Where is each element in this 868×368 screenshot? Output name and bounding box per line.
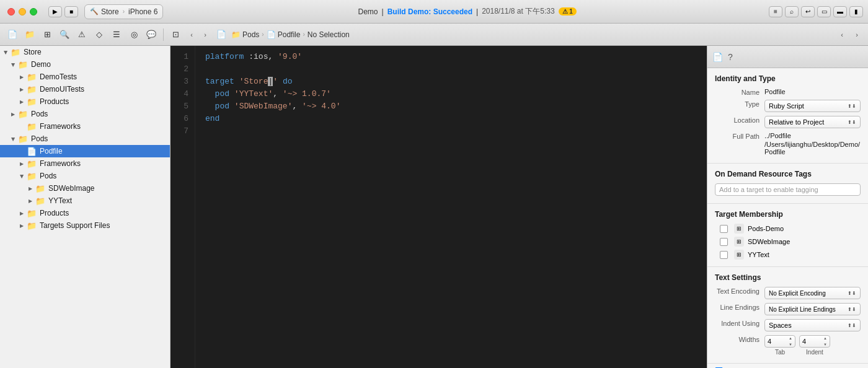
sidebar-item-targets[interactable]: ▶ 📁 Targets Support Files — [0, 219, 170, 232]
member-pods-demo[interactable]: ⊞ Pods-Demo — [715, 224, 861, 234]
grid-btn[interactable]: ⊡ — [168, 27, 183, 42]
indent-stepper[interactable]: ▲ ▼ — [823, 335, 827, 348]
folder-icon-pods2: 📁 — [18, 134, 28, 144]
checkbox-yytext[interactable] — [720, 251, 728, 259]
sidebar-item-frameworks2[interactable]: ▶ 📁 Frameworks — [0, 157, 170, 170]
indent-up[interactable]: ▲ — [823, 335, 827, 341]
type-row: Type Ruby Script ⬆⬇ — [715, 100, 861, 112]
code-area[interactable]: platform :ios, '9.0' target 'Store|' do … — [195, 46, 707, 368]
comment-btn[interactable]: 💬 — [144, 27, 159, 42]
layout-btn1[interactable]: ▭ — [817, 6, 831, 17]
triangle-pods1: ▶ — [11, 112, 15, 117]
warning-badge: ⚠ 1 — [559, 7, 577, 15]
back-btn[interactable]: ↩ — [801, 6, 815, 17]
search-btn[interactable]: ⌕ — [785, 6, 799, 17]
tab-up[interactable]: ▲ — [789, 335, 792, 341]
sidebar-item-products2[interactable]: ▶ 📁 Products — [0, 207, 170, 219]
checkbox-pods-demo[interactable] — [720, 225, 728, 233]
member-sdwebimage[interactable]: ⊞ SDWebImage — [715, 237, 861, 247]
tab-width-input[interactable]: 4 ▲ ▼ — [764, 335, 795, 348]
breadcrumb-selection: No Selection — [308, 30, 350, 39]
panel-btn-help[interactable]: ? — [728, 52, 733, 62]
sidebar-item-yytext[interactable]: ▶ 📁 YYText — [0, 195, 170, 207]
on-demand-title: On Demand Resource Tags — [715, 170, 861, 178]
checkbox-sdwebimage[interactable] — [720, 238, 728, 246]
toolbar-nav-right[interactable]: › — [851, 28, 863, 41]
member-yytext[interactable]: ⊞ YYText — [715, 250, 861, 260]
new-file-btn[interactable]: 📄 — [5, 27, 20, 42]
title-controls: ▶ ■ — [45, 6, 82, 17]
indent-using-value: Spaces — [769, 322, 792, 329]
location-dropdown[interactable]: Relative to Project ⬆⬇ — [764, 116, 861, 128]
breadcrumb-podfile[interactable]: 📄 Podfile — [267, 30, 301, 39]
label-pods3: Pods — [40, 172, 56, 180]
find-btn[interactable]: ☰ — [109, 27, 124, 42]
scheme-selector[interactable]: 🔨 Store › iPhone 6 — [84, 4, 163, 19]
sidebar-item-demo[interactable]: ▶ 📁 Demo — [0, 58, 170, 71]
indent-using-dropdown[interactable]: Spaces ⬆⬇ — [764, 319, 861, 331]
text-encoding-dropdown[interactable]: No Explicit Encoding ⬆⬇ — [764, 287, 861, 299]
sidebar-item-pods1[interactable]: ▶ 📁 Pods — [0, 108, 170, 120]
close-button[interactable]: ✕ — [7, 8, 15, 15]
sidebar-item-demouitests[interactable]: ▶ 📁 DemoUITests — [0, 83, 170, 95]
sidebar-item-frameworks1[interactable]: ▶ 📁 Frameworks — [0, 120, 170, 133]
label-targets: Targets Support Files — [40, 221, 110, 230]
line-num-6: 6 — [170, 113, 188, 125]
folder-btn[interactable]: 📁 — [22, 27, 37, 42]
widths-row: Widths 4 ▲ ▼ Tab — [715, 335, 861, 356]
nav-back-btn[interactable]: ‹ — [185, 28, 198, 41]
indent-width-input[interactable]: 4 ▲ ▼ — [799, 335, 830, 348]
type-dropdown[interactable]: Ruby Script ⬆⬇ — [764, 100, 861, 112]
nav-forward-btn[interactable]: › — [199, 28, 211, 41]
main-area: ▶ 📁 Store ▶ 📁 Demo ▶ 📁 DemoTests ▶ 📁 Dem… — [0, 46, 868, 368]
breadcrumb-chevron1: › — [262, 31, 264, 38]
sidebar-item-products1[interactable]: ▶ 📁 Products — [0, 95, 170, 108]
pods-icon: 📁 — [231, 30, 241, 39]
minimize-button[interactable]: − — [19, 8, 26, 15]
search-toolbar-btn[interactable]: 🔍 — [57, 27, 72, 42]
indent-down[interactable]: ▼ — [823, 341, 827, 348]
stop-button[interactable]: ■ — [64, 6, 78, 17]
folder-icon-pods1: 📁 — [18, 110, 28, 119]
member-label-yytext: YYText — [748, 251, 769, 258]
label-pods1: Pods — [31, 110, 48, 118]
tab-width-value: 4 — [768, 338, 771, 345]
sidebar-item-demotests[interactable]: ▶ 📁 DemoTests — [0, 71, 170, 83]
folder-icon-store: 📁 — [11, 48, 20, 57]
diff-btn[interactable]: ⊞ — [40, 27, 55, 42]
bookmark-btn[interactable]: ◇ — [92, 27, 107, 42]
git-btn[interactable]: ◎ — [126, 27, 141, 42]
tab-stepper[interactable]: ▲ ▼ — [789, 335, 792, 348]
layout-btn2[interactable]: ▬ — [833, 6, 847, 17]
toolbar-separator — [163, 28, 164, 41]
tagging-field[interactable]: Add to a target to enable tagging — [715, 183, 861, 196]
panel-btn-file[interactable]: 📄 — [712, 52, 723, 62]
maximize-button[interactable]: + — [30, 8, 37, 15]
layout-btn3[interactable]: ▮ — [849, 6, 863, 17]
separator: | — [382, 7, 384, 16]
name-label: Name — [715, 88, 764, 96]
list-view-btn[interactable]: ≡ — [769, 6, 782, 17]
sidebar-item-podfile[interactable]: ▶ 📄 Podfile — [0, 145, 170, 157]
toolbar-nav-left[interactable]: ‹ — [836, 28, 848, 41]
sidebar-item-pods2[interactable]: ▶ 📁 Pods — [0, 133, 170, 145]
editor-area[interactable]: 1 2 3 4 5 6 7 platform :ios, '9.0' targe… — [170, 46, 707, 368]
breadcrumb-pods[interactable]: 📁 Pods — [231, 30, 259, 39]
folder-icon-products2: 📁 — [27, 209, 37, 218]
folder-icon-pods3: 📁 — [27, 172, 37, 181]
line-endings-dropdown[interactable]: No Explicit Line Endings ⬆⬇ — [764, 303, 861, 315]
warning-toolbar-btn[interactable]: ⚠ — [74, 27, 89, 42]
triangle-demotests: ▶ — [20, 74, 24, 80]
code-line-2 — [205, 63, 697, 76]
triangle-store: ▶ — [3, 50, 9, 54]
member-icon-sdwebimage: ⊞ — [734, 237, 744, 247]
file-icon-btn[interactable]: 📄 — [214, 27, 229, 42]
sidebar-item-pods3[interactable]: ▶ 📁 Pods — [0, 170, 170, 182]
sidebar-item-sdwebimage[interactable]: ▶ 📁 SDWebImage — [0, 182, 170, 195]
label-podfile: Podfile — [40, 147, 63, 156]
run-button[interactable]: ▶ — [48, 6, 62, 17]
sidebar-item-store[interactable]: ▶ 📁 Store — [0, 46, 170, 58]
folder-icon-products1: 📁 — [27, 97, 37, 107]
label-demouitests: DemoUITests — [40, 85, 84, 94]
tab-down[interactable]: ▼ — [789, 341, 792, 348]
